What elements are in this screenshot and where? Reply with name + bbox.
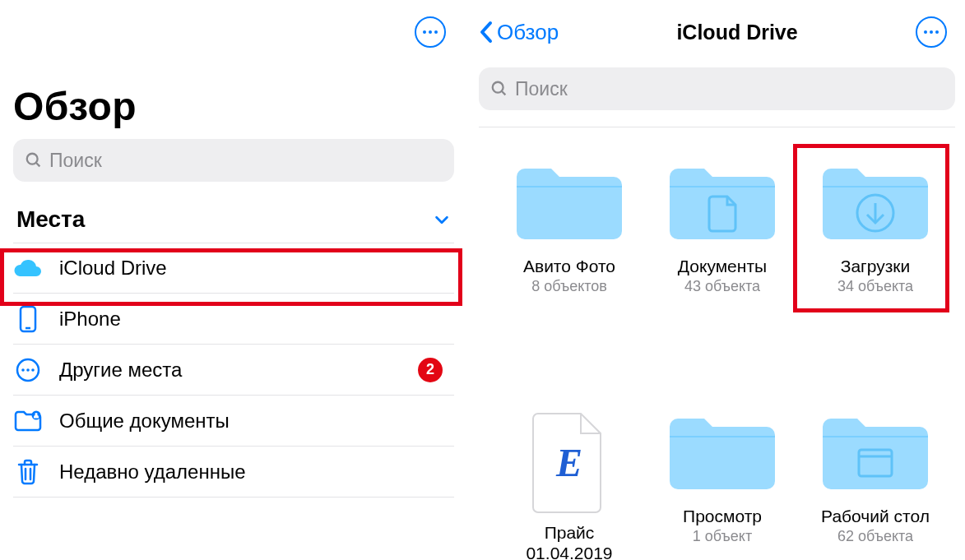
tile-sub: 62 объекта bbox=[837, 528, 913, 545]
folder-tile[interactable]: Авито Фото 8 объектов bbox=[503, 160, 635, 295]
chevron-down-icon[interactable] bbox=[433, 211, 451, 229]
sidebar-item-label: iPhone bbox=[59, 308, 448, 331]
svg-text:E: E bbox=[555, 441, 582, 484]
svg-point-6 bbox=[26, 368, 30, 372]
tile-name: Рабочий стол bbox=[821, 506, 930, 526]
svg-line-1 bbox=[36, 163, 40, 167]
icloud-icon bbox=[13, 258, 43, 278]
search-icon bbox=[490, 80, 508, 98]
chevron-left-icon bbox=[479, 21, 494, 44]
folder-tile[interactable]: Рабочий стол 62 объекта bbox=[810, 410, 941, 560]
tile-sub: 1 объект bbox=[693, 528, 752, 545]
search-input-left[interactable]: Поиск bbox=[13, 139, 454, 182]
more-button-right[interactable] bbox=[916, 16, 947, 48]
tile-sub: 34 объекта bbox=[837, 278, 913, 295]
svg-point-7 bbox=[31, 368, 35, 372]
svg-point-5 bbox=[21, 368, 25, 372]
file-tile[interactable]: E Прайс 01.04.2019 bbox=[503, 410, 635, 560]
sidebar-item-label: Недавно удаленные bbox=[59, 460, 448, 484]
folder-title: iCloud Drive bbox=[676, 21, 797, 44]
sidebar-item-recently-deleted[interactable]: Недавно удаленные bbox=[13, 447, 454, 498]
folder-desktop-icon bbox=[818, 410, 933, 498]
svg-point-12 bbox=[493, 82, 503, 93]
folder-icon bbox=[512, 160, 627, 248]
section-title-places: Места bbox=[16, 206, 433, 233]
more-places-icon bbox=[13, 357, 43, 383]
tile-name: Авито Фото bbox=[523, 256, 615, 276]
file-icon: E bbox=[528, 410, 610, 514]
search-icon bbox=[25, 151, 43, 169]
tile-name: Прайс 01.04.2019 bbox=[503, 522, 635, 560]
tile-name: Загрузки bbox=[841, 256, 911, 276]
badge-count: 2 bbox=[418, 358, 443, 382]
back-button[interactable]: Обзор bbox=[479, 20, 559, 45]
search-placeholder: Поиск bbox=[515, 78, 568, 100]
more-button-left[interactable] bbox=[415, 16, 446, 48]
folder-tile[interactable]: Просмотр 1 объект bbox=[656, 410, 788, 560]
iphone-icon bbox=[13, 305, 43, 333]
tile-name: Просмотр bbox=[683, 506, 762, 526]
sidebar-item-label: iCloud Drive bbox=[59, 257, 448, 280]
folder-documents-icon bbox=[665, 160, 780, 248]
sidebar-item-label: Общие документы bbox=[59, 410, 448, 433]
tile-sub: 43 объекта bbox=[684, 278, 760, 295]
search-placeholder: Поиск bbox=[49, 150, 102, 172]
sidebar-item-label: Другие места bbox=[59, 359, 418, 382]
search-input-right[interactable]: Поиск bbox=[479, 67, 955, 110]
shared-folder-icon bbox=[13, 410, 43, 433]
folder-tile[interactable]: Документы 43 объекта bbox=[656, 160, 788, 295]
trash-icon bbox=[13, 459, 43, 485]
tile-name: Документы bbox=[678, 256, 767, 276]
sidebar-item-shared-docs[interactable]: Общие документы bbox=[13, 396, 454, 447]
tile-sub: 8 объектов bbox=[531, 278, 607, 295]
folder-downloads-icon bbox=[818, 160, 933, 248]
sidebar-item-other-places[interactable]: Другие места 2 bbox=[13, 345, 454, 396]
sidebar-item-icloud-drive[interactable]: iCloud Drive bbox=[13, 243, 454, 294]
svg-point-0 bbox=[27, 154, 38, 164]
page-title: Обзор bbox=[13, 84, 454, 129]
folder-tile[interactable]: Загрузки 34 объекта bbox=[810, 160, 941, 295]
back-label: Обзор bbox=[497, 20, 559, 45]
svg-line-13 bbox=[502, 91, 506, 95]
sidebar-item-iphone[interactable]: iPhone bbox=[13, 294, 454, 345]
folder-icon bbox=[665, 410, 780, 498]
